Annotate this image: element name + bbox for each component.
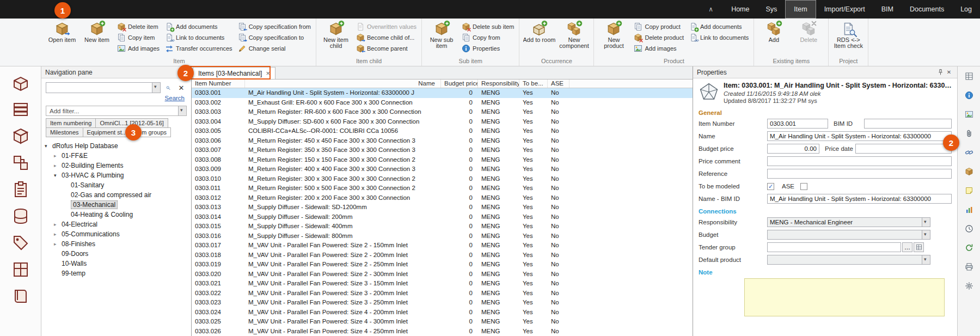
new-item-button[interactable]: New item bbox=[80, 20, 114, 50]
add-to-room-button[interactable]: Add to room bbox=[522, 20, 556, 50]
tree-item[interactable]: dRofus Help Database bbox=[42, 141, 190, 151]
tree-item[interactable]: 03-Mechanical bbox=[42, 200, 190, 210]
price-comment-input[interactable] bbox=[767, 156, 952, 166]
nav-tab[interactable]: Equipment st... bbox=[83, 127, 131, 137]
new-sub-item-button[interactable]: New sub item bbox=[425, 20, 458, 50]
menu-item[interactable]: Import/Export bbox=[816, 0, 873, 19]
tree-item[interactable]: 02-Gas and compressed air bbox=[42, 190, 190, 200]
table-row[interactable]: 0303.009 M_Return Register: 400 x 400 Fa… bbox=[192, 164, 693, 174]
tree-expander-icon[interactable] bbox=[54, 241, 62, 247]
menu-item[interactable]: Home bbox=[723, 0, 757, 19]
link-to-documents-button[interactable]: Link to documents bbox=[163, 32, 235, 43]
table-row[interactable]: 0303.004 M_Supply Diffuser: SD-600 x 600… bbox=[192, 117, 693, 127]
column-header[interactable]: To be... bbox=[519, 80, 548, 88]
menu-item[interactable]: Sys bbox=[757, 0, 785, 19]
table-row[interactable]: 0303.016 M_Supply Diffuser - Sidewall: 8… bbox=[192, 231, 693, 241]
add-filter-dropdown[interactable]: Add filter... bbox=[46, 106, 187, 116]
tree-expander-icon[interactable] bbox=[54, 222, 62, 227]
book-icon[interactable] bbox=[9, 284, 33, 308]
delete-item-button[interactable]: Delete item bbox=[115, 21, 162, 32]
menu-item[interactable]: Documents bbox=[902, 0, 952, 19]
tree-item[interactable]: 10-Walls bbox=[42, 259, 190, 268]
link-to-documents-product-button[interactable]: Link to documents bbox=[687, 32, 751, 43]
column-header[interactable]: Name bbox=[245, 80, 441, 88]
printer-icon[interactable] bbox=[961, 259, 977, 274]
name-bim-id-input[interactable] bbox=[767, 194, 952, 204]
table-row[interactable]: 0303.007 M_Return Register: 350 x 350 Fa… bbox=[192, 145, 693, 155]
copy-specification-from-button[interactable]: Copy specification from bbox=[236, 21, 313, 32]
panel-layout-icon[interactable] bbox=[961, 69, 977, 84]
table-row[interactable]: 0303.010 M_Return Register: 300 x 300 Fa… bbox=[192, 174, 693, 184]
copy-from-button[interactable]: Copy from bbox=[460, 32, 516, 43]
table-row[interactable]: 0303.026 M_VAV Unit - Parallel Fan Power… bbox=[192, 327, 693, 336]
change-serial-button[interactable]: Change serial bbox=[236, 43, 313, 54]
become-child-of-button[interactable]: Become child of... bbox=[354, 32, 419, 43]
copy-item-button[interactable]: Copy item bbox=[115, 32, 162, 43]
database-icon[interactable] bbox=[9, 204, 33, 228]
clear-search-icon[interactable] bbox=[176, 82, 187, 93]
new-item-child-button[interactable]: New item child bbox=[319, 20, 353, 50]
add-images-product-button[interactable]: Add images bbox=[632, 43, 686, 54]
name-input[interactable] bbox=[767, 131, 952, 141]
column-header[interactable]: Item Number bbox=[192, 80, 245, 88]
new-component-button[interactable]: New component bbox=[557, 20, 591, 50]
add-documents-product-button[interactable]: Add documents bbox=[687, 21, 751, 32]
copy-product-button[interactable]: Copy product bbox=[632, 21, 686, 32]
table-row[interactable]: 0303.017 M_VAV Unit - Parallel Fan Power… bbox=[192, 241, 693, 251]
chart-icon[interactable] bbox=[961, 202, 977, 217]
table-row[interactable]: 0303.021 M_VAV Unit - Parallel Fan Power… bbox=[192, 279, 693, 289]
add-documents-button[interactable]: Add documents bbox=[163, 21, 235, 32]
tree-item[interactable]: 02-Building Elements bbox=[42, 161, 190, 170]
properties-button[interactable]: Properties bbox=[460, 43, 516, 54]
tree-item[interactable]: 04-Heating & Cooling bbox=[42, 210, 190, 219]
table-row[interactable]: 0303.006 M_Return Register: 450 x 450 Fa… bbox=[192, 136, 693, 146]
tree-item[interactable]: 04-Electrical bbox=[42, 219, 190, 229]
delete-product-button[interactable]: Delete product bbox=[632, 32, 686, 43]
tree-item[interactable]: 03-HVAC & Plumbing bbox=[42, 170, 190, 180]
grid-panel-icon[interactable] bbox=[9, 258, 33, 282]
transfer-occurrences-button[interactable]: Transfer occurrences bbox=[163, 43, 235, 54]
image-icon[interactable] bbox=[961, 107, 977, 122]
tree-expander-icon[interactable] bbox=[54, 173, 62, 178]
tree-item[interactable]: 01-FF&E bbox=[42, 151, 190, 161]
tree-expander-icon[interactable] bbox=[54, 163, 62, 168]
responsibility-select[interactable]: MENG - Mechanical Engineer bbox=[767, 217, 930, 227]
nav-tab[interactable]: Milestones bbox=[46, 127, 83, 137]
to-be-modeled-checkbox[interactable] bbox=[767, 183, 774, 190]
add-images-button[interactable]: Add images bbox=[115, 43, 162, 54]
tender-group-input[interactable] bbox=[767, 242, 901, 252]
budget-price-input[interactable] bbox=[767, 144, 819, 154]
item-number-input[interactable] bbox=[767, 119, 828, 129]
tree-item[interactable]: 99-temp bbox=[42, 268, 190, 278]
table-row[interactable]: 0303.012 M_Return Register: 200 x 200 Fa… bbox=[192, 193, 693, 203]
open-item-button[interactable]: Open item bbox=[45, 20, 79, 50]
rds-item-check-button[interactable]: RDS <-> Item check bbox=[831, 20, 865, 50]
gear-icon[interactable] bbox=[961, 278, 977, 294]
table-row[interactable]: 0303.011 M_Return Register: 500 x 500 Fa… bbox=[192, 184, 693, 193]
close-icon[interactable] bbox=[945, 68, 953, 77]
column-header[interactable]: ASE bbox=[548, 80, 569, 88]
note-icon[interactable] bbox=[961, 183, 977, 198]
reference-input[interactable] bbox=[767, 169, 952, 179]
overwritten-values-button[interactable]: Overwritten values bbox=[354, 21, 419, 32]
table-row[interactable]: 0303.024 M_VAV Unit - Parallel Fan Power… bbox=[192, 308, 693, 317]
tree-item[interactable]: 01-Sanitary bbox=[42, 180, 190, 190]
table-row[interactable]: 0303.019 M_VAV Unit - Parallel Fan Power… bbox=[192, 260, 693, 270]
link-icon[interactable] bbox=[961, 145, 977, 160]
info-icon[interactable] bbox=[961, 88, 977, 103]
budget-select[interactable] bbox=[767, 230, 930, 240]
table-row[interactable]: 0303.001 M_Air Handling Unit - Split Sys… bbox=[192, 88, 693, 98]
delete-sub-item-button[interactable]: Delete sub item bbox=[460, 21, 516, 32]
delete-existing-button[interactable]: Delete bbox=[792, 20, 825, 50]
price-date-input[interactable] bbox=[855, 144, 952, 154]
table-row[interactable]: 0303.013 M_Supply Diffuser - Sidewall: S… bbox=[192, 203, 693, 212]
add-existing-button[interactable]: Add bbox=[757, 20, 791, 50]
table-row[interactable]: 0303.015 M_Supply Diffuser - Sidewall: 4… bbox=[192, 222, 693, 231]
tree-expander-icon[interactable] bbox=[54, 153, 62, 158]
table-row[interactable]: 0303.002 M_Exhaust Grill: ER-600 x 600 F… bbox=[192, 98, 693, 108]
refresh-icon[interactable] bbox=[961, 240, 977, 255]
menu-item[interactable]: Log bbox=[952, 0, 980, 19]
tree-expander-icon[interactable] bbox=[54, 231, 62, 237]
search-input[interactable] bbox=[46, 83, 152, 93]
bim-id-input[interactable] bbox=[864, 119, 952, 129]
